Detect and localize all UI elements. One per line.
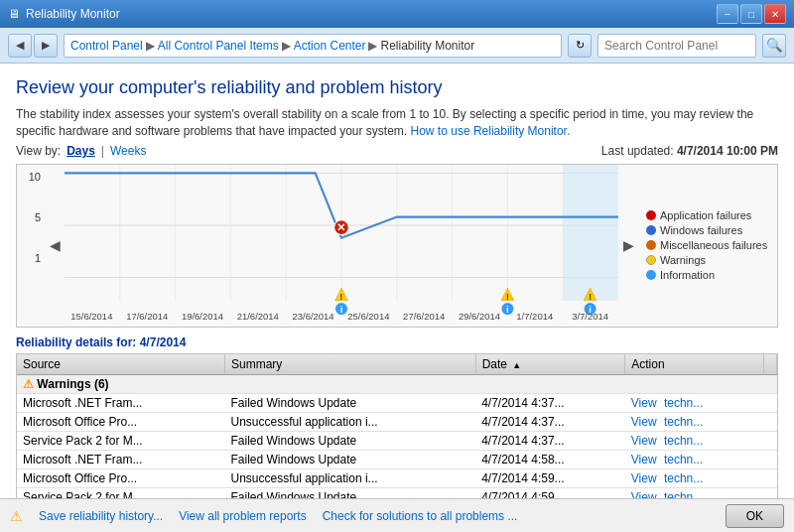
svg-text:23/6/2014: 23/6/2014 (293, 310, 334, 321)
view-by-label: View by: (16, 144, 61, 158)
breadcrumb-action-center[interactable]: Action Center (294, 39, 366, 53)
table-row[interactable]: Microsoft .NET Fram... Failed Windows Up… (17, 450, 777, 468)
forward-button[interactable]: ▶ (34, 34, 58, 58)
legend-app-failures: Application failures (646, 209, 769, 221)
description-text: The stability index assesses your system… (16, 107, 753, 138)
row-action: View techn... (625, 468, 764, 487)
view-by-days[interactable]: Days (66, 144, 95, 158)
row-date: 4/7/2014 4:37... (475, 393, 625, 412)
col-date[interactable]: Date ▲ (475, 354, 625, 375)
minimize-button[interactable]: − (717, 4, 738, 24)
row-source: Microsoft .NET Fram... (17, 393, 224, 412)
row-source: Service Pack 2 for M... (17, 431, 224, 450)
row-source: Microsoft .NET Fram... (17, 450, 224, 468)
row-date: 4/7/2014 4:58... (475, 450, 625, 468)
col-scroll-spacer (764, 354, 777, 375)
refresh-button[interactable]: ↻ (568, 34, 592, 58)
svg-text:!: ! (589, 291, 592, 301)
view-link[interactable]: View (631, 453, 657, 466)
view-by-weeks[interactable]: Weeks (110, 144, 146, 158)
breadcrumb-all-items[interactable]: All Control Panel Items (158, 39, 279, 53)
breadcrumb-control-panel[interactable]: Control Panel (70, 39, 143, 53)
tech-link[interactable]: techn... (664, 415, 703, 429)
title-bar-left: 🖥 Reliability Monitor (8, 7, 120, 21)
window-title: Reliability Monitor (26, 7, 120, 21)
svg-text:i: i (340, 304, 343, 315)
svg-text:29/6/2014: 29/6/2014 (459, 310, 500, 321)
details-table-wrapper[interactable]: Source Summary Date ▲ Action ⚠ Warnings … (16, 353, 778, 500)
page-title: Review your computer's reliability and p… (16, 77, 778, 98)
table-row[interactable]: Microsoft Office Pro... Unsuccessful app… (17, 468, 777, 487)
tech-link[interactable]: techn... (664, 396, 703, 410)
search-input[interactable] (597, 34, 756, 58)
svg-text:!: ! (340, 291, 343, 301)
svg-text:1/7/2014: 1/7/2014 (516, 310, 553, 321)
col-action[interactable]: Action (625, 354, 764, 375)
legend-information: Information (646, 269, 769, 281)
legend-misc-failures: Miscellaneous failures (646, 239, 769, 251)
chart-nav-left[interactable]: ◀ (45, 165, 65, 327)
tech-link[interactable]: techn... (664, 434, 703, 448)
chart-area[interactable]: ✕ ! i ! i ! i 15/6/2014 17/6/2014 (65, 165, 618, 327)
legend-misc-failures-label: Miscellaneous failures (660, 239, 767, 251)
view-link[interactable]: View (631, 396, 657, 410)
row-summary: Failed Windows Update (224, 431, 475, 450)
row-source: Microsoft Office Pro... (17, 412, 224, 431)
last-updated-value: 4/7/2014 10:00 PM (677, 144, 778, 158)
ok-button[interactable]: OK (726, 504, 784, 528)
row-action: View techn... (625, 431, 764, 450)
svg-text:!: ! (506, 291, 509, 301)
help-link[interactable]: How to use Reliability Monitor. (411, 124, 571, 138)
warning-icon: ⚠ (23, 377, 34, 391)
col-summary[interactable]: Summary (224, 354, 475, 375)
row-summary: Failed Windows Update (224, 450, 475, 468)
tech-link[interactable]: techn... (664, 471, 703, 485)
breadcrumb-reliability-monitor: Reliability Monitor (380, 39, 474, 53)
row-source: Microsoft Office Pro... (17, 468, 224, 487)
legend-windows-failures: Windows failures (646, 224, 769, 236)
legend-app-failures-label: Application failures (660, 209, 751, 221)
view-link[interactable]: View (631, 415, 657, 429)
window-icon: 🖥 (8, 7, 20, 21)
row-summary: Failed Windows Update (224, 393, 475, 412)
col-source[interactable]: Source (17, 354, 224, 375)
reliability-chart[interactable]: 10 5 1 x ◀ (16, 164, 778, 328)
svg-text:19/6/2014: 19/6/2014 (182, 310, 223, 321)
row-action: View techn... (625, 412, 764, 431)
view-reports-link[interactable]: View all problem reports (179, 509, 307, 523)
legend-information-label: Information (660, 269, 715, 281)
back-button[interactable]: ◀ (8, 34, 32, 58)
view-link[interactable]: View (631, 434, 657, 448)
tech-link[interactable]: techn... (664, 453, 703, 466)
chart-y-axis: 10 5 1 x (17, 165, 45, 327)
check-solutions-link[interactable]: Check for solutions to all problems ... (323, 509, 518, 523)
view-link[interactable]: View (631, 471, 657, 485)
svg-text:25/6/2014: 25/6/2014 (347, 310, 389, 321)
svg-rect-12 (563, 165, 618, 301)
warning-small-icon: ⚠ (10, 508, 23, 524)
svg-text:27/6/2014: 27/6/2014 (403, 310, 445, 321)
last-updated: Last updated: 4/7/2014 10:00 PM (601, 144, 778, 158)
group-warnings-label: Warnings (6) (37, 377, 108, 391)
svg-text:17/6/2014: 17/6/2014 (126, 310, 168, 321)
title-bar-controls: − □ ✕ (717, 4, 786, 24)
svg-text:21/6/2014: 21/6/2014 (237, 310, 279, 321)
table-row[interactable]: Microsoft Office Pro... Unsuccessful app… (17, 412, 777, 431)
sort-arrow-icon: ▲ (512, 360, 521, 370)
table-row[interactable]: Service Pack 2 for M... Failed Windows U… (17, 431, 777, 450)
nav-buttons: ◀ ▶ (8, 34, 58, 58)
breadcrumb: Control Panel ▶ All Control Panel Items … (64, 34, 562, 58)
close-button[interactable]: ✕ (764, 4, 786, 24)
maximize-button[interactable]: □ (740, 4, 762, 24)
details-table: Source Summary Date ▲ Action ⚠ Warnings … (17, 354, 777, 500)
title-bar: 🖥 Reliability Monitor − □ ✕ (0, 0, 794, 28)
search-button[interactable]: 🔍 (762, 34, 786, 58)
legend-warnings-label: Warnings (660, 254, 706, 266)
table-row[interactable]: Microsoft .NET Fram... Failed Windows Up… (17, 393, 777, 412)
view-by-bar: View by: Days | Weeks Last updated: 4/7/… (16, 144, 778, 158)
table-header-row: Source Summary Date ▲ Action (17, 354, 777, 375)
row-summary: Unsuccessful application i... (224, 468, 475, 487)
chart-nav-right[interactable]: ▶ (618, 165, 638, 327)
main-content: Review your computer's reliability and p… (0, 64, 794, 532)
save-history-link[interactable]: Save reliability history... (39, 509, 163, 523)
